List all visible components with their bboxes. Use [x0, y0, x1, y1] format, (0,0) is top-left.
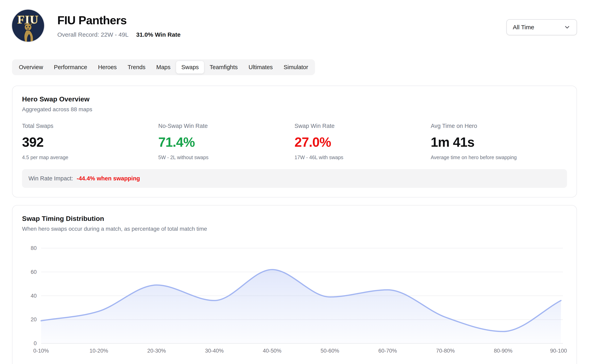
- swap-timing-card: Swap Timing Distribution When hero swaps…: [12, 205, 577, 364]
- stat-subtext: 17W - 46L with swaps: [294, 155, 431, 160]
- x-tick-label: 70-80%: [436, 348, 455, 354]
- x-tick-label: 60-70%: [378, 348, 397, 354]
- team-logo: FIU: [12, 10, 44, 42]
- stat-label: Swap Win Rate: [294, 123, 431, 129]
- y-tick-label: 0: [34, 340, 37, 346]
- page-title: FIU Panthers: [57, 13, 181, 27]
- y-tick-label: 40: [31, 293, 37, 299]
- x-tick-label: 30-40%: [205, 348, 224, 354]
- tab-heroes[interactable]: Heroes: [93, 61, 122, 74]
- time-filter-value: All Time: [513, 24, 534, 31]
- stat-block-2: Swap Win Rate27.0%17W - 46L with swaps: [294, 123, 431, 160]
- tab-overview[interactable]: Overview: [14, 61, 48, 74]
- stat-subtext: 5W - 2L without swaps: [158, 155, 295, 160]
- logo-monogram: FIU: [12, 13, 44, 26]
- stat-value: 392: [22, 135, 158, 150]
- tab-performance[interactable]: Performance: [49, 61, 92, 74]
- stat-value: 1m 41s: [431, 135, 567, 150]
- page: FIU FIU Panthers Overall Record: 22W - 4…: [0, 9, 589, 364]
- card-subtitle-hero-swap-overview: Aggregated across 88 maps: [22, 106, 567, 113]
- x-tick-label: 90-100%: [550, 348, 567, 354]
- x-tick-label: 10-20%: [90, 348, 108, 354]
- tab-simulator[interactable]: Simulator: [278, 61, 314, 74]
- x-tick-label: 80-90%: [494, 348, 512, 354]
- x-tick-label: 20-30%: [147, 348, 166, 354]
- overall-record: Overall Record: 22W - 49L: [57, 31, 129, 38]
- y-tick-label: 20: [31, 317, 37, 323]
- impact-value: -44.4% when swapping: [77, 175, 140, 182]
- x-tick-label: 0-10%: [33, 348, 49, 354]
- y-tick-label: 80: [31, 245, 37, 251]
- tab-trends[interactable]: Trends: [122, 61, 151, 74]
- tab-maps[interactable]: Maps: [151, 61, 176, 74]
- tab-swaps[interactable]: Swaps: [176, 61, 204, 74]
- overall-win-rate: 31.0% Win Rate: [136, 31, 180, 38]
- stat-label: Total Swaps: [22, 123, 158, 129]
- stat-block-3: Avg Time on Hero1m 41sAverage time on he…: [431, 123, 567, 160]
- chart-plot-area[interactable]: [41, 248, 561, 343]
- stats-grid: Total Swaps3924.5 per map averageNo-Swap…: [22, 123, 567, 160]
- tab-ultimates[interactable]: Ultimates: [243, 61, 278, 74]
- stat-value: 27.0%: [294, 135, 431, 150]
- impact-label: Win Rate Impact:: [28, 175, 73, 182]
- stat-value: 71.4%: [158, 135, 295, 150]
- stat-subtext: Average time on hero before swapping: [431, 155, 567, 160]
- stat-subtext: 4.5 per map average: [22, 155, 158, 160]
- title-block: FIU Panthers Overall Record: 22W - 49L 3…: [57, 13, 181, 38]
- hero-swap-overview-card: Hero Swap Overview Aggregated across 88 …: [12, 86, 577, 197]
- x-tick-label: 50-60%: [321, 348, 339, 354]
- tab-teamfights[interactable]: Teamfights: [204, 61, 243, 74]
- x-tick-label: 40-50%: [263, 348, 281, 354]
- card-title-swap-timing: Swap Timing Distribution: [22, 215, 567, 222]
- y-tick-label: 60: [31, 269, 37, 275]
- tab-bar: OverviewPerformanceHeroesTrendsMapsSwaps…: [12, 59, 315, 75]
- header: FIU FIU Panthers Overall Record: 22W - 4…: [12, 9, 577, 42]
- swap-timing-chart[interactable]: 0204060800-10%10-20%20-30%30-40%40-50%50…: [22, 240, 567, 360]
- chevron-down-icon: [564, 24, 570, 31]
- card-subtitle-swap-timing: When hero swaps occur during a match, as…: [22, 226, 567, 232]
- stat-block-0: Total Swaps3924.5 per map average: [22, 123, 158, 160]
- stat-label: No-Swap Win Rate: [158, 123, 295, 129]
- time-filter-dropdown[interactable]: All Time: [506, 19, 577, 35]
- stat-label: Avg Time on Hero: [431, 123, 567, 129]
- card-title-hero-swap-overview: Hero Swap Overview: [22, 95, 567, 103]
- win-rate-impact-banner: Win Rate Impact: -44.4% when swapping: [22, 169, 567, 188]
- swap-timing-chart-svg: 0204060800-10%10-20%20-30%30-40%40-50%50…: [22, 240, 567, 360]
- stat-block-1: No-Swap Win Rate71.4%5W - 2L without swa…: [158, 123, 295, 160]
